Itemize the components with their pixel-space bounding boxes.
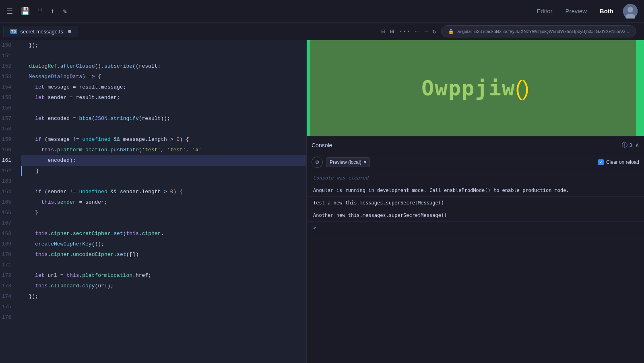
console-info-badge: ⓘ 3 <box>622 142 632 149</box>
line-num-155: 155 <box>0 93 18 103</box>
nav-editor[interactable]: Editor <box>537 8 552 14</box>
code-line-173: this.clipboard.copy(url); <box>21 281 306 291</box>
ts-badge: TS <box>10 29 17 34</box>
prompt-arrow: > <box>313 224 316 231</box>
console-source-select[interactable]: Preview (local) ▾ <box>326 157 370 167</box>
line-num-159: 159 <box>0 134 18 145</box>
save-icon[interactable]: 💾 <box>21 7 30 16</box>
code-line-174: }); <box>21 291 306 302</box>
code-line-163 <box>21 176 306 187</box>
code-line-171 <box>21 260 306 270</box>
code-line-152: dialogRef.afterClosed().subscribe((resul… <box>21 61 306 72</box>
console-msg-1: Angular is running in development mode. … <box>307 184 644 197</box>
right-panel: Owppjiw() Console ⓘ 3 ∧ ⊘ Preview (local… <box>307 40 644 363</box>
top-bar-left: ☰ 💾 ⑂ ⬆ ✎ <box>6 7 67 16</box>
line-num-166: 166 <box>0 208 18 218</box>
line-num-176: 176 <box>0 312 18 323</box>
main-layout: 150 151 152 153 154 155 156 157 158 159 … <box>0 40 644 363</box>
unsaved-dot <box>68 30 71 33</box>
code-lines[interactable]: }); dialogRef.afterClosed().subscribe((r… <box>21 40 306 363</box>
preview-background: Owppjiw() <box>307 40 644 136</box>
code-line-158 <box>21 124 306 134</box>
line-num-172: 172 <box>0 270 18 281</box>
code-line-155: let sender = result.sender; <box>21 93 306 103</box>
line-num-153: 153 <box>0 72 18 82</box>
more-icon[interactable]: ··· <box>399 28 411 35</box>
console-panel: Console ⓘ 3 ∧ ⊘ Preview (local) ▾ ✓ Clea… <box>307 136 644 363</box>
console-prompt[interactable]: > <box>307 222 644 234</box>
console-msg-cleared: Console was cleared <box>307 172 644 184</box>
console-clear-button[interactable]: ⊘ <box>312 157 323 168</box>
tab-bar: TS secret-message.ts ⊟ ⊞ ··· ← → ↻ 🔒 ang… <box>0 23 644 40</box>
code-content: 150 151 152 153 154 155 156 157 158 159 … <box>0 40 306 363</box>
code-line-157: let encoded = btoa(JSON.stringify(result… <box>21 113 306 124</box>
console-header: Console ⓘ 3 ∧ <box>307 136 644 154</box>
top-bar-nav: Editor Preview Both <box>537 8 613 14</box>
layout-icon[interactable]: ⊞ <box>390 27 394 35</box>
code-line-153: MessageDialogData) => { <box>21 72 306 82</box>
svg-point-1 <box>627 7 633 12</box>
line-num-160: 160 <box>0 145 18 155</box>
right-green-strip <box>636 40 644 136</box>
code-line-151 <box>21 51 306 61</box>
file-tab[interactable]: TS secret-message.ts <box>3 26 78 37</box>
back-icon[interactable]: ← <box>415 28 419 35</box>
line-num-158: 158 <box>0 124 18 134</box>
dropdown-arrow: ▾ <box>364 159 366 165</box>
code-line-167 <box>21 218 306 229</box>
console-badge-count: 3 <box>629 142 632 148</box>
nav-preview[interactable]: Preview <box>565 8 586 14</box>
code-line-154: let message = result.message; <box>21 82 306 93</box>
preview-title: Owppjiw <box>421 76 515 100</box>
line-num-173: 173 <box>0 281 18 291</box>
line-num-151: 151 <box>0 51 18 61</box>
line-num-168: 168 <box>0 229 18 239</box>
clear-on-reload-checkbox[interactable]: ✓ <box>598 159 604 165</box>
source-label: Preview (local) <box>330 159 361 165</box>
line-num-171: 171 <box>0 260 18 270</box>
code-line-169: createNewCipherKey()); <box>21 239 306 250</box>
line-num-157: 157 <box>0 113 18 124</box>
line-num-167: 167 <box>0 218 18 229</box>
line-num-170: 170 <box>0 250 18 260</box>
line-numbers: 150 151 152 153 154 155 156 157 158 159 … <box>0 40 21 363</box>
line-num-161: 161 <box>0 155 18 166</box>
share-icon[interactable]: ⬆ <box>50 7 55 16</box>
hamburger-icon[interactable]: ☰ <box>6 7 13 16</box>
clear-on-reload-container: ✓ Clear on reload <box>598 159 639 165</box>
line-num-154: 154 <box>0 82 18 93</box>
line-num-175: 175 <box>0 302 18 312</box>
top-bar: ☰ 💾 ⑂ ⬆ ✎ Editor Preview Both <box>0 0 644 23</box>
clear-on-reload-label: Clear on reload <box>606 159 639 165</box>
console-msg-2: Test a new this.messages.superSecretMess… <box>307 197 644 209</box>
code-line-159: if (message != undefined && message.leng… <box>21 134 306 145</box>
code-line-164: if (sender != undefined && sender.length… <box>21 187 306 197</box>
code-line-161: + encoded); <box>21 155 306 166</box>
info-icon: ⓘ <box>622 142 627 149</box>
split-icon[interactable]: ⊟ <box>381 27 385 35</box>
console-messages: Console was cleared Angular is running i… <box>307 170 644 363</box>
code-editor: 150 151 152 153 154 155 156 157 158 159 … <box>0 40 307 363</box>
code-line-162: } <box>21 166 306 176</box>
edit-icon[interactable]: ✎ <box>63 7 67 16</box>
url-input-bar[interactable]: 🔒 angular-io23.stackblitz.io/#eyJtZXNzYW… <box>441 25 636 37</box>
nav-both[interactable]: Both <box>600 8 613 14</box>
code-line-156 <box>21 103 306 113</box>
lock-icon: 🔒 <box>448 29 454 34</box>
code-line-172: let url = this.platformLocation.href; <box>21 270 306 281</box>
console-msg-3: Another new this.messages.superSecretMes… <box>307 209 644 222</box>
preview-parens: () <box>515 76 529 100</box>
line-num-162: 162 <box>0 166 18 176</box>
reload-icon[interactable]: ↻ <box>433 27 437 35</box>
code-line-165: this.sender = sender; <box>21 197 306 208</box>
fork-icon[interactable]: ⑂ <box>38 7 42 15</box>
forward-icon[interactable]: → <box>424 28 428 35</box>
url-text: angular-io23.stackblitz.io/#eyJtZXNzYWdl… <box>457 29 629 34</box>
line-num-156: 156 <box>0 103 18 113</box>
console-expand-icon[interactable]: ∧ <box>635 141 639 149</box>
avatar[interactable] <box>623 4 638 19</box>
console-title: Console <box>312 142 332 148</box>
line-num-169: 169 <box>0 239 18 250</box>
console-toolbar: ⊘ Preview (local) ▾ ✓ Clear on reload <box>307 154 644 170</box>
code-line-150: }); <box>21 40 306 51</box>
